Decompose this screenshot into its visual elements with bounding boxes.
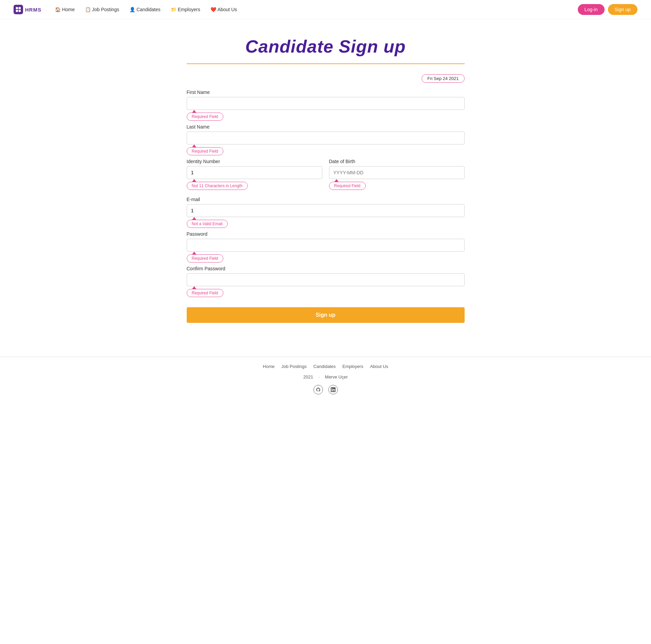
footer-social-icons bbox=[0, 385, 651, 394]
email-label: E-mail bbox=[187, 197, 465, 202]
footer-home[interactable]: Home bbox=[263, 364, 275, 369]
date-badge-container: Fri Sep 24 2021 bbox=[187, 74, 465, 83]
title-divider bbox=[187, 63, 465, 64]
nav-job-postings[interactable]: 📋 Job Postings bbox=[81, 5, 123, 14]
nav-logo[interactable]: HRMS bbox=[14, 5, 41, 14]
date-badge: Fri Sep 24 2021 bbox=[422, 74, 465, 83]
footer-links: Home Job Postings Candidates Employers A… bbox=[0, 364, 651, 369]
password-label: Password bbox=[187, 231, 465, 237]
last-name-label: Last Name bbox=[187, 124, 465, 130]
github-icon[interactable] bbox=[313, 385, 323, 394]
copyright-author: Merve Uçer bbox=[325, 374, 348, 379]
password-field: Password Required Field bbox=[187, 231, 465, 262]
page-title: Candidate Sign up bbox=[187, 36, 465, 57]
nav-about-label: About Us bbox=[218, 7, 237, 12]
login-button[interactable]: Log-in bbox=[578, 4, 605, 15]
nav-links: 🏠 Home 📋 Job Postings 👤 Candidates 📁 Emp… bbox=[51, 5, 575, 14]
copyright-year: 2021 bbox=[303, 374, 313, 379]
nav-employers[interactable]: 📁 Employers bbox=[167, 5, 204, 14]
email-error: Not a Valid Email bbox=[187, 220, 228, 228]
email-field: E-mail Not a Valid Email bbox=[187, 197, 465, 228]
nav-job-postings-label: Job Postings bbox=[92, 7, 119, 12]
nav-employers-label: Employers bbox=[178, 7, 200, 12]
home-icon: 🏠 bbox=[55, 7, 61, 12]
identity-number-input[interactable] bbox=[187, 166, 322, 179]
employers-icon: 📁 bbox=[171, 7, 177, 12]
date-of-birth-error: Required Field bbox=[329, 182, 366, 190]
identity-number-error: Not 11 Characters in Length bbox=[187, 182, 248, 190]
svg-rect-3 bbox=[19, 10, 21, 12]
nav-home[interactable]: 🏠 Home bbox=[51, 5, 79, 14]
confirm-password-input[interactable] bbox=[187, 273, 465, 286]
first-name-input[interactable] bbox=[187, 97, 465, 110]
footer-job-postings[interactable]: Job Postings bbox=[281, 364, 306, 369]
identity-number-label: Identity Number bbox=[187, 159, 322, 164]
date-of-birth-label: Date of Birth bbox=[329, 159, 465, 164]
footer-copyright: 2021 · Merve Uçer bbox=[0, 374, 651, 379]
candidates-icon: 👤 bbox=[129, 7, 135, 12]
first-name-label: First Name bbox=[187, 90, 465, 95]
logo-text: HRMS bbox=[25, 7, 41, 13]
identity-number-field: Identity Number Not 11 Characters in Len… bbox=[187, 159, 322, 190]
navbar: HRMS 🏠 Home 📋 Job Postings 👤 Candidates … bbox=[0, 0, 651, 19]
id-dob-row: Identity Number Not 11 Characters in Len… bbox=[187, 159, 465, 193]
linkedin-icon[interactable] bbox=[328, 385, 338, 394]
footer-about-us[interactable]: About Us bbox=[370, 364, 388, 369]
copyright-dot: · bbox=[319, 374, 320, 379]
nav-candidates-label: Candidates bbox=[137, 7, 161, 12]
nav-candidates[interactable]: 👤 Candidates bbox=[125, 5, 165, 14]
footer: Home Job Postings Candidates Employers A… bbox=[0, 357, 651, 394]
signup-nav-button[interactable]: Sign up bbox=[608, 4, 637, 15]
first-name-field: First Name Required Field bbox=[187, 90, 465, 121]
nav-home-label: Home bbox=[62, 7, 75, 12]
job-postings-icon: 📋 bbox=[85, 7, 91, 12]
first-name-error: Required Field bbox=[187, 113, 223, 121]
footer-candidates[interactable]: Candidates bbox=[313, 364, 336, 369]
confirm-password-label: Confirm Password bbox=[187, 266, 465, 271]
password-input[interactable] bbox=[187, 239, 465, 252]
about-icon: ❤️ bbox=[210, 7, 216, 12]
email-input[interactable] bbox=[187, 204, 465, 217]
main-content: Candidate Sign up Fri Sep 24 2021 First … bbox=[173, 19, 478, 343]
svg-rect-1 bbox=[19, 7, 21, 9]
last-name-field: Last Name Required Field bbox=[187, 124, 465, 155]
signup-main-button[interactable]: Sign up bbox=[187, 307, 465, 323]
signup-form: First Name Required Field Last Name Requ… bbox=[187, 90, 465, 323]
password-error: Required Field bbox=[187, 254, 223, 262]
footer-employers[interactable]: Employers bbox=[343, 364, 363, 369]
date-of-birth-input[interactable] bbox=[329, 166, 465, 179]
nav-about-us[interactable]: ❤️ About Us bbox=[206, 5, 241, 14]
svg-rect-0 bbox=[16, 7, 18, 9]
last-name-input[interactable] bbox=[187, 132, 465, 144]
nav-actions: Log-in Sign up bbox=[578, 4, 637, 15]
confirm-password-error: Required Field bbox=[187, 289, 223, 297]
logo-icon bbox=[14, 5, 23, 14]
confirm-password-field: Confirm Password Required Field bbox=[187, 266, 465, 297]
date-of-birth-field: Date of Birth Required Field bbox=[329, 159, 465, 190]
footer-divider bbox=[0, 357, 651, 357]
svg-rect-2 bbox=[16, 10, 18, 12]
last-name-error: Required Field bbox=[187, 147, 223, 155]
